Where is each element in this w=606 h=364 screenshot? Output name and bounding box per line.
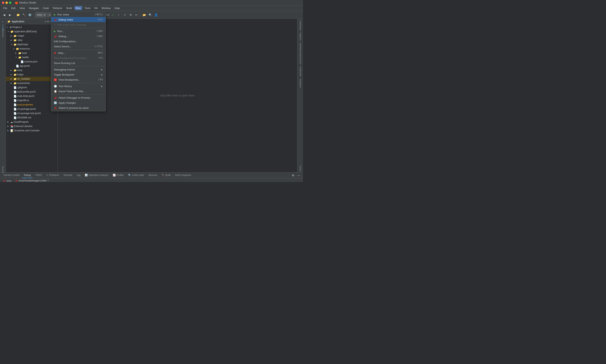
menu-edit[interactable]: Edit (10, 6, 17, 10)
tree-item-buildprofile[interactable]: ▶ 📄 build-profile.json5 (6, 90, 58, 94)
tree-item-application[interactable]: ▼ 📁 Application [BillClock] (6, 29, 58, 34)
tree-item-appscope[interactable]: ▼ 📁 AppScope (6, 42, 58, 47)
debug-settings-btn[interactable]: ⚙ (290, 173, 296, 178)
tree-item-localprops[interactable]: ▶ 📄 local.properties (6, 103, 58, 107)
tree-item-ohpackagelock[interactable]: ▶ 📄 oh-package-lock.json5 (6, 111, 58, 116)
minimize-button[interactable] (5, 1, 8, 4)
menu-help[interactable]: Help (113, 6, 121, 10)
tab-operation-analyzer[interactable]: 📊 Operation Analyzer (83, 173, 110, 178)
menu-run-entry[interactable]: ▶ Run 'entry' ⇧⌘F11 (51, 12, 105, 17)
menu-debug-dots[interactable]: 🐞 Debug... ⌥⌘D (51, 34, 105, 39)
menu-debug-entry[interactable]: 🐞 Debug 'entry' ^F11 (51, 17, 105, 22)
config-select[interactable]: entry (35, 12, 46, 17)
tree-item-project[interactable]: ▼ ⚙ Project ▾ (6, 25, 58, 29)
tab-version-control[interactable]: Version Control (1, 173, 22, 178)
sidebar-structure-icon[interactable]: Structure (0, 167, 5, 172)
tree-item-rawfile[interactable]: ▼ 📁 rawfile (6, 55, 58, 60)
panel-icon-1[interactable]: ≡ (45, 20, 46, 23)
tab-profiler[interactable]: 📈 Profiler (111, 173, 126, 178)
tree-item-codelinter[interactable]: ▶ 📄 code-linter.json5 (6, 94, 58, 98)
folder-btn[interactable]: 📂 (142, 12, 147, 17)
menu-run-dots[interactable]: ▶ Run... ⌥⌘R (51, 28, 105, 34)
debug-sub-tab-entry[interactable]: 🐞 entry (1, 179, 13, 182)
tab-debug[interactable]: Debug (22, 173, 33, 178)
tree-label-schema: schema.json (24, 60, 37, 63)
git-undo[interactable]: ↩ (134, 12, 139, 17)
tree-item-screenshots[interactable]: ▶ 📁 screenshots (6, 81, 58, 85)
debug-tab-close-icon[interactable]: ✕ (47, 179, 49, 182)
right-notifications[interactable]: Notifications (298, 20, 303, 31)
project-icon[interactable]: 📁 (15, 12, 21, 17)
tree-item-hvigorfile[interactable]: ▶ 📄 hvigorfile.ts (6, 98, 58, 103)
git-down[interactable]: ↗ (122, 12, 127, 17)
tree-item-extlibs[interactable]: ▶ 📚 External Libraries (6, 124, 58, 128)
tree-item-base[interactable]: ▶ 📁 base (6, 51, 58, 55)
menu-edit-configs[interactable]: Edit Configurations... (51, 39, 105, 44)
tab-terminal[interactable]: Terminal (62, 173, 74, 178)
tab-services[interactable]: Services (146, 173, 159, 178)
tree-item-gitignore[interactable]: ▶ 📄 .gitignore (6, 85, 58, 90)
menu-build[interactable]: Build (65, 6, 74, 10)
menu-attach-debugger[interactable]: 🐞 Attach Debugger to Process (51, 95, 105, 100)
menu-toggle-bp[interactable]: Toggle Breakpoint ▶ (51, 72, 105, 77)
right-codegenie[interactable]: CodeGenie (298, 78, 303, 89)
git-refresh[interactable]: ⟲ (128, 12, 133, 17)
menu-code[interactable]: Code (41, 6, 51, 10)
tree-item-resources[interactable]: ▼ 📁 resources (6, 47, 58, 51)
sidebar-bookmarks-icon[interactable]: Bookmarks (0, 30, 5, 36)
tree-item-hvigor[interactable]: ▶ 📁 .hvigor (6, 34, 58, 38)
tab-todo[interactable]: TODO (33, 173, 44, 178)
menu-attach-process[interactable]: 🐞 Attach to process by name (51, 105, 105, 110)
tree-item-readme[interactable]: ▶ 📄 README.md (6, 116, 58, 120)
tree-item-ohpackage[interactable]: ▶ 📄 oh-package.json5 (6, 107, 58, 111)
menu-window[interactable]: Window (100, 6, 112, 10)
tree-item-idea[interactable]: ▶ 📁 .idea (6, 38, 58, 42)
menu-view[interactable]: View (18, 6, 26, 10)
tab-build[interactable]: 🔨 Build (160, 173, 173, 178)
right-appanalyzer[interactable]: AppAnalyzer (298, 65, 303, 78)
tab-log[interactable]: Log (75, 173, 82, 178)
menu-navigate[interactable]: Navigate (27, 6, 40, 10)
menu-view-bp[interactable]: 🔴 View Breakpoints... ⇧F8 (51, 77, 105, 82)
tab-arkui-inspector[interactable]: ArkUI Inspector (173, 173, 193, 178)
right-device[interactable]: Device (298, 164, 303, 172)
menu-run[interactable]: Run (74, 6, 82, 10)
forward-button[interactable]: ▶ (7, 12, 13, 17)
sidebar-project-icon[interactable]: P (0, 20, 5, 25)
menu-test-history[interactable]: 🕐 Test History ▶ (51, 84, 105, 89)
tree-item-scratches[interactable]: ▶ 📝 Scratches and Consoles (6, 128, 58, 133)
menu-apply-changes[interactable]: 🔄 Apply Changes (51, 100, 105, 105)
menu-show-running[interactable]: Show Running List (51, 61, 105, 65)
search-btn[interactable]: 🔍 (148, 12, 153, 17)
right-clouddev[interactable]: CloudDev (298, 31, 303, 42)
tree-item-schema[interactable]: ▶ 📄 schema.json (6, 60, 58, 64)
menu-refactor[interactable]: Refactor (51, 6, 64, 10)
close-button[interactable] (2, 1, 4, 4)
panel-icon-2[interactable]: ≔ (47, 20, 50, 23)
menu-git[interactable]: Git (93, 6, 99, 10)
apply-changes-label: Apply Changes (59, 101, 76, 104)
maximize-button[interactable] (9, 1, 11, 4)
menu-import-tests[interactable]: 📋 Import Tests from File... (51, 89, 105, 94)
tab-code-linter[interactable]: 🔍 Code Linter (126, 173, 146, 178)
tab-problems[interactable]: ⚠ Problems (44, 173, 61, 178)
tree-item-entry[interactable]: ▶ 📁 entry (6, 68, 58, 72)
debug-minimize-btn[interactable]: — (296, 173, 302, 178)
debug-sub-tab-panda[interactable]: 🐞 entry(PandaDebugger11486) ✕ (13, 179, 51, 182)
tree-item-appjson[interactable]: ▶ 📄 app.json5 (6, 64, 58, 68)
menu-select-device[interactable]: Select Device... ⌥⇧F11 (51, 44, 105, 49)
menu-stop[interactable]: ⏹ Stop... ⌘F2 (51, 50, 105, 55)
git-check[interactable]: ✓ (110, 12, 116, 17)
menu-tools[interactable]: Tools (83, 6, 92, 10)
tree-item-hvigor2[interactable]: ▶ 📁 hvigor (6, 72, 58, 77)
tree-item-cloudprogram[interactable]: ▶ ☁ CloudProgram (6, 120, 58, 124)
build-btn[interactable]: 🔨 (21, 12, 26, 17)
menu-debugging-actions[interactable]: Debugging Actions ▶ (51, 67, 105, 72)
user-btn[interactable]: 👤 (154, 12, 159, 17)
menu-file[interactable]: File (1, 6, 9, 10)
back-button[interactable]: ◀ (1, 12, 7, 17)
settings-btn[interactable]: ⚙️ (27, 12, 32, 17)
right-cloud-functions[interactable]: Cloud Functions Requestor (298, 42, 303, 65)
git-up[interactable]: ↑ (116, 12, 121, 17)
tree-item-ohmodules[interactable]: ▶ 📁 oh_modules (6, 77, 58, 81)
